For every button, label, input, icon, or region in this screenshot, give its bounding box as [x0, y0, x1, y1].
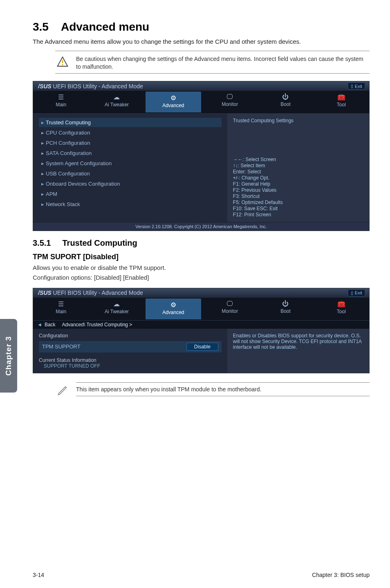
status-info-header: Current Status Information: [39, 357, 222, 363]
status-turned-off: SUPPORT TURNED OFF: [44, 363, 222, 369]
chevron-right-icon: ▸: [41, 191, 44, 197]
section-number: 3.5: [33, 20, 49, 33]
bios-title-text: UEFI BIOS Utility - Advanced Mode: [53, 290, 143, 296]
exit-icon: ▯: [351, 83, 353, 89]
subsection-number: 3.5.1: [33, 238, 51, 247]
chevron-right-icon: ▸: [41, 130, 44, 136]
bios-tabs: ☰Main ☁Ai Tweaker ⚙Advanced 🖵Monitor ⏻Bo…: [33, 91, 369, 114]
bios-brand: /SUS: [38, 290, 52, 296]
tpm-help-panel: Enables or Disables BIOS support for sec…: [227, 329, 369, 373]
gear-icon: ⚙: [146, 301, 201, 309]
menu-system-agent-config[interactable]: ▸System Agent Configuration: [39, 159, 222, 168]
power-icon: ⏻: [258, 93, 313, 101]
tab-ai-tweaker[interactable]: ☁Ai Tweaker: [89, 298, 144, 320]
cloud-icon: ☁: [89, 300, 144, 308]
note-callout: This item appears only when you install …: [55, 381, 370, 398]
bios-menu-list: ▸Trusted Computing ▸CPU Configuration ▸P…: [33, 114, 227, 222]
configuration-header: Configuration: [39, 333, 222, 339]
tab-ai-tweaker[interactable]: ☁Ai Tweaker: [89, 91, 144, 113]
tab-advanced[interactable]: ⚙Advanced: [146, 298, 201, 319]
svg-point-1: [62, 64, 63, 65]
menu-trusted-computing[interactable]: ▸Trusted Computing: [39, 118, 222, 127]
footer-chapter-label: Chapter 3: BIOS setup: [312, 572, 370, 578]
menu-usb-config[interactable]: ▸USB Configuration: [39, 169, 222, 178]
bios-help-panel: Trusted Computing Settings →←: Select Sc…: [227, 114, 369, 222]
bios-screenshot-tpm-support: /SUS UEFI BIOS Utility - Advanced Mode ▯…: [33, 288, 370, 373]
subsection-title: Trusted Computing: [62, 238, 137, 247]
tpm-support-label: TPM SUPPORT: [42, 343, 81, 350]
bios-version-footer: Version 2.10.1208. Copyright (C) 2012 Am…: [33, 222, 369, 231]
keyboard-hints: →←: Select Screen ↑↓: Select Item Enter:…: [233, 156, 363, 218]
pencil-icon: [55, 382, 70, 396]
back-label: Back: [45, 322, 56, 328]
tab-main[interactable]: ☰Main: [33, 91, 89, 113]
help-header: Trusted Computing Settings: [233, 118, 363, 123]
tab-tool[interactable]: 🧰Tool: [314, 298, 369, 320]
caution-callout: Be cautious when changing the settings o…: [55, 51, 370, 74]
tab-monitor[interactable]: 🖵Monitor: [202, 298, 258, 320]
menu-cpu-config[interactable]: ▸CPU Configuration: [39, 128, 222, 137]
toolbox-icon: 🧰: [314, 93, 369, 101]
menu-network-stack[interactable]: ▸Network Stack: [39, 200, 222, 209]
caution-text: Be cautious when changing the settings o…: [76, 54, 370, 71]
cloud-icon: ☁: [89, 93, 144, 101]
bios-tabs: ☰Main ☁Ai Tweaker ⚙Advanced 🖵Monitor ⏻Bo…: [33, 298, 369, 321]
chapter-side-tab: Chapter 3: [0, 319, 17, 393]
chevron-right-icon: ▸: [41, 119, 44, 126]
power-icon: ⏻: [258, 300, 313, 307]
chevron-right-icon: ▸: [41, 140, 44, 146]
bios-back-row[interactable]: ◄Back Advanced\ Trusted Computing >: [33, 321, 369, 329]
chevron-right-icon: ▸: [41, 160, 44, 166]
chevron-right-icon: ▸: [41, 181, 44, 187]
chevron-right-icon: ▸: [41, 201, 44, 207]
setting-description: Allows you to enable or disable the TPM …: [33, 264, 370, 272]
page-number: 3-14: [33, 572, 44, 578]
subsection-heading: 3.5.1Trusted Computing: [33, 238, 370, 248]
tab-boot[interactable]: ⏻Boot: [258, 298, 313, 320]
tpm-settings-panel: Configuration TPM SUPPORT Disable Curren…: [33, 329, 227, 373]
bios-titlebar: /SUS UEFI BIOS Utility - Advanced Mode ▯…: [33, 288, 369, 298]
note-text: This item appears only when you install …: [76, 383, 370, 396]
bios-screenshot-advanced-menu: /SUS UEFI BIOS Utility - Advanced Mode ▯…: [33, 81, 370, 231]
tpm-support-value[interactable]: Disable: [186, 343, 218, 351]
chapter-tab-label: Chapter 3: [4, 336, 13, 376]
bios-titlebar: /SUS UEFI BIOS Utility - Advanced Mode ▯…: [33, 81, 369, 91]
list-icon: ☰: [33, 300, 89, 308]
section-title-text: Advanced menu: [61, 20, 149, 33]
menu-sata-config[interactable]: ▸SATA Configuration: [39, 148, 222, 158]
tab-tool[interactable]: 🧰Tool: [314, 91, 369, 113]
tpm-support-row[interactable]: TPM SUPPORT Disable: [39, 341, 222, 352]
menu-pch-config[interactable]: ▸PCH Configuration: [39, 138, 222, 148]
warning-icon: [55, 54, 70, 71]
monitor-icon: 🖵: [202, 93, 258, 101]
list-icon: ☰: [33, 93, 89, 101]
tab-advanced[interactable]: ⚙Advanced: [146, 92, 201, 112]
menu-onboard-devices[interactable]: ▸Onboard Devices Configuration: [39, 179, 222, 189]
setting-options: Configuration options: [Disabled] [Enabl…: [33, 274, 370, 282]
gear-icon: ⚙: [146, 94, 201, 102]
toolbox-icon: 🧰: [314, 300, 369, 308]
tab-monitor[interactable]: 🖵Monitor: [202, 91, 258, 113]
bios-exit-button[interactable]: ▯ Exit: [348, 290, 365, 296]
chevron-right-icon: ▸: [41, 171, 44, 177]
tab-boot[interactable]: ⏻Boot: [258, 91, 313, 113]
back-arrow-icon: ◄: [37, 322, 42, 328]
section-heading: 3.5Advanced menu: [33, 20, 370, 34]
breadcrumb: Advanced\ Trusted Computing >: [62, 322, 132, 328]
section-intro: The Advanced menu items allow you to cha…: [33, 38, 370, 46]
menu-apm[interactable]: ▸APM: [39, 189, 222, 199]
chevron-right-icon: ▸: [41, 150, 44, 156]
tab-main[interactable]: ☰Main: [33, 298, 89, 320]
bios-exit-button[interactable]: ▯ Exit: [348, 83, 365, 90]
setting-heading: TPM SUPORT [Disabled]: [33, 253, 370, 261]
monitor-icon: 🖵: [202, 300, 258, 307]
bios-title-text: UEFI BIOS Utility - Advanced Mode: [53, 83, 143, 90]
bios-brand: /SUS: [38, 83, 52, 90]
page-footer: 3-14 Chapter 3: BIOS setup: [33, 572, 370, 578]
exit-icon: ▯: [351, 290, 353, 296]
